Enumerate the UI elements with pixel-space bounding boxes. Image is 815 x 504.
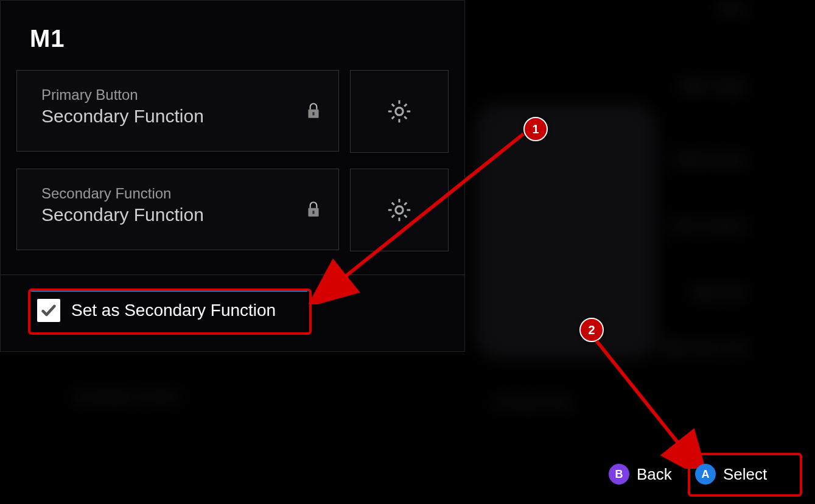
b-button-icon: B	[609, 464, 629, 485]
mapping-row-primary: Primary Button Secondary Function	[16, 70, 449, 152]
mapping-row-secondary: Secondary Function Secondary Function	[16, 169, 449, 250]
primary-settings-button[interactable]	[350, 70, 449, 153]
svg-rect-4	[312, 211, 314, 214]
a-button-icon: A	[695, 464, 716, 485]
panel-title: M1	[30, 25, 65, 52]
lock-icon	[306, 102, 321, 120]
primary-button-label: Primary Button	[41, 86, 320, 103]
checkbox-checked-icon	[37, 299, 60, 322]
checkbox-label: Set as Secondary Function	[71, 301, 276, 320]
annotation-step-1: 1	[523, 117, 548, 141]
select-button[interactable]: A Select	[695, 464, 767, 485]
gear-icon	[385, 196, 413, 224]
annotation-step-2: 2	[579, 318, 604, 342]
gear-icon	[385, 97, 413, 125]
back-button[interactable]: B Back	[609, 464, 672, 485]
primary-button-card[interactable]: Primary Button Secondary Function	[16, 70, 339, 152]
back-label: Back	[637, 465, 672, 484]
svg-point-2	[396, 108, 403, 115]
secondary-function-card[interactable]: Secondary Function Secondary Function	[16, 169, 339, 250]
secondary-function-value: Secondary Function	[41, 205, 320, 225]
select-label: Select	[723, 465, 767, 484]
primary-button-value: Secondary Function	[41, 106, 320, 127]
svg-rect-1	[312, 112, 314, 115]
secondary-settings-button[interactable]	[350, 169, 449, 251]
set-as-secondary-function-option[interactable]: Set as Secondary Function	[30, 290, 307, 329]
button-mapping-panel: M1 Primary Button Secondary Function	[0, 0, 465, 352]
svg-point-5	[396, 206, 403, 214]
lock-icon	[306, 200, 321, 219]
divider	[1, 275, 464, 275]
secondary-function-label: Secondary Function	[41, 185, 320, 202]
